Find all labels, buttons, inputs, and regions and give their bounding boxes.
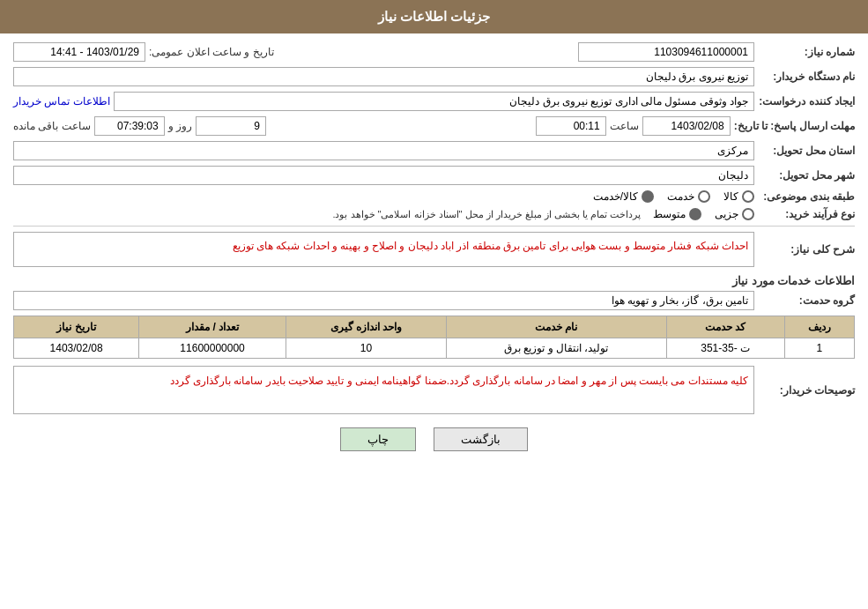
category-radio-group: کالا خدمت کالا/خدمت (593, 190, 754, 203)
cell-code: ت -35-351 (666, 338, 784, 359)
delivery-province-row: استان محل تحویل: مرکزی (13, 141, 855, 160)
category-row: طبقه بندی موضوعی: کالا خدمت کالا/خدمت (13, 190, 855, 203)
creator-link[interactable]: اطلاعات تماس خریدار (13, 95, 110, 108)
col-code: کد حدمت (666, 316, 784, 338)
description-value: احداث شبکه فشار متوسط و بست هوایی برای ت… (13, 232, 754, 267)
cell-date: 1403/02/08 (14, 338, 139, 359)
back-button[interactable]: بازگشت (434, 427, 528, 451)
col-row-num: ردیف (784, 316, 854, 338)
send-time-value: 00:11 (536, 116, 606, 136)
service-group-label: گروه حدمت: (758, 294, 855, 307)
service-group-row: گروه حدمت: تامین برق، گاز، بخار و تهویه … (13, 291, 855, 310)
col-date: تاریخ نیاز (14, 316, 139, 338)
cell-row-num: 1 (784, 338, 854, 359)
days-label: روز و (168, 120, 192, 132)
radio-mottavaset-label: متوسط (653, 208, 686, 220)
purchase-type-label: نوع فرآیند خرید: (758, 208, 855, 220)
buyer-org-row: نام دستگاه خریدار: توزیع نیروی برق دلیجا… (13, 67, 855, 86)
creator-label: ایجاد کننده درخواست: (758, 95, 855, 108)
send-date-value: 1403/02/08 (642, 116, 731, 136)
bottom-buttons: بازگشت چاپ (13, 427, 855, 464)
category-khadamat[interactable]: خدمت (667, 190, 710, 203)
col-unit: واحد اندازه گیری (286, 316, 446, 338)
send-remaining-value: 07:39:03 (94, 116, 165, 136)
category-kala[interactable]: کالا (723, 190, 754, 203)
need-number-row: شماره نیاز: 1103094611000001 تاریخ و ساع… (13, 42, 855, 62)
pub-date-value: 1403/01/29 - 14:41 (13, 42, 145, 62)
delivery-city-label: شهر محل تحویل: (758, 169, 855, 182)
send-date-label: مهلت ارسال پاسخ: تا تاریخ: (734, 120, 855, 132)
purchase-mottavaset[interactable]: متوسط (653, 208, 701, 220)
creator-row: ایجاد کننده درخواست: جواد وثوقی مسئول ما… (13, 92, 855, 111)
purchase-type-row: نوع فرآیند خرید: جزیی متوسط پرداخت تمام … (13, 208, 855, 220)
cell-qty: 11600000000 (139, 338, 286, 359)
need-number-value: 1103094611000001 (578, 42, 754, 62)
radio-kala-khadamat-label: کالا/خدمت (593, 190, 638, 203)
buyer-notes-label: توصیحات خریدار: (758, 384, 855, 397)
category-kala-khadamat[interactable]: کالا/خدمت (593, 190, 654, 203)
purchase-note: پرداخت تمام یا بخشی از مبلغ خریدار از مح… (332, 209, 641, 220)
cell-name: تولید، انتقال و توزیع برق (446, 338, 666, 359)
col-name: نام خدمت (446, 316, 666, 338)
creator-value: جواد وثوقی مسئول مالی اداری توزیع نیروی … (114, 92, 754, 111)
send-date-row: مهلت ارسال پاسخ: تا تاریخ: 1403/02/08 سا… (13, 116, 855, 136)
buyer-notes-value: کلیه مستندات می بایست پس از مهر و امضا د… (13, 366, 754, 414)
purchase-jozii[interactable]: جزیی (715, 208, 754, 220)
radio-khadamat-circle (698, 190, 710, 203)
print-button[interactable]: چاپ (340, 427, 416, 451)
remaining-label: ساعت باقی مانده (13, 120, 91, 132)
category-label: طبقه بندی موضوعی: (758, 190, 855, 203)
radio-kala-label: کالا (723, 190, 738, 203)
delivery-province-value: مرکزی (13, 141, 754, 160)
delivery-province-label: استان محل تحویل: (758, 145, 855, 157)
description-label: شرح کلی نیاز: (758, 243, 855, 256)
service-group-value: تامین برق، گاز، بخار و تهویه هوا (13, 291, 754, 310)
page-header: جزئیات اطلاعات نیاز (0, 0, 868, 33)
description-row: شرح کلی نیاز: احداث شبکه فشار متوسط و بس… (13, 232, 855, 267)
pub-date-label: تاریخ و ساعت اعلان عمومی: (149, 46, 274, 58)
service-table: ردیف کد حدمت نام خدمت واحد اندازه گیری ت… (13, 316, 855, 359)
radio-jozii-circle (742, 208, 754, 220)
send-days-value: 9 (196, 116, 266, 136)
delivery-city-row: شهر محل تحویل: دلیجان (13, 166, 855, 185)
page-title: جزئیات اطلاعات نیاز (378, 9, 490, 24)
main-content: شماره نیاز: 1103094611000001 تاریخ و ساع… (0, 33, 868, 473)
services-title: اطلاعات خدمات مورد نیاز (13, 274, 855, 287)
radio-kala-circle (742, 190, 754, 203)
time-label: ساعت (610, 120, 639, 132)
radio-jozii-label: جزیی (715, 208, 738, 220)
radio-kala-khadamat-circle (642, 190, 654, 203)
page-wrapper: جزئیات اطلاعات نیاز شماره نیاز: 11030946… (0, 0, 868, 609)
delivery-city-value: دلیجان (13, 166, 754, 185)
col-qty: تعداد / مقدار (139, 316, 286, 338)
purchase-type-group: جزیی متوسط (653, 208, 754, 220)
buyer-org-label: نام دستگاه خریدار: (758, 71, 855, 83)
radio-khadamat-label: خدمت (667, 190, 694, 203)
buyer-org-value: توزیع نیروی برق دلیجان (13, 67, 754, 86)
buyer-notes-row: توصیحات خریدار: کلیه مستندات می بایست پس… (13, 366, 855, 414)
cell-unit: 10 (286, 338, 446, 359)
table-row: 1 ت -35-351 تولید، انتقال و توزیع برق 10… (14, 338, 855, 359)
radio-mottavaset-circle (689, 208, 701, 220)
need-number-label: شماره نیاز: (758, 46, 855, 58)
separator-1 (13, 226, 855, 227)
